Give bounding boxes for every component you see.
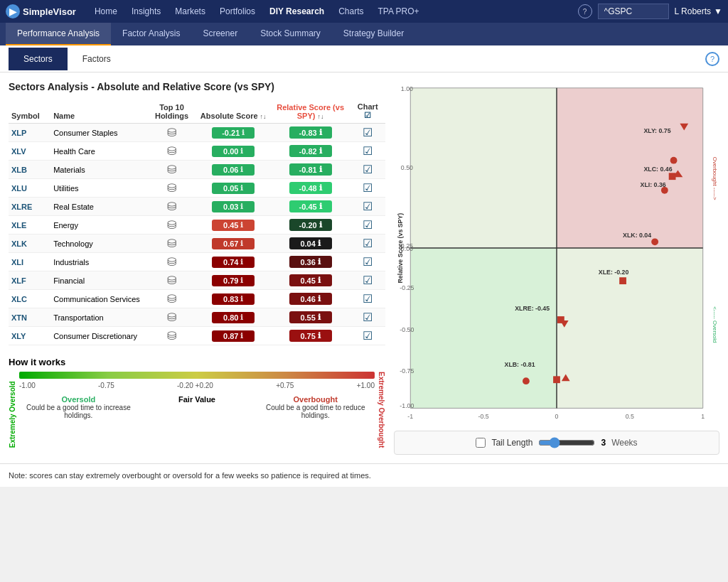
cell-symbol: XLC	[9, 290, 50, 308]
cell-abs-score: 0.74 ℹ	[196, 253, 271, 271]
nav-insights[interactable]: Insights	[124, 0, 168, 23]
cell-name: Communication Services	[50, 290, 147, 308]
info-icon: ℹ	[240, 184, 243, 192]
rel-score-badge: 0.75 ℹ	[289, 330, 332, 342]
cell-chart-checkbox[interactable]: ☑	[350, 308, 385, 327]
table-row: XLP Consumer Staples ⛁ -0.21 ℹ -0.83 ℹ ☑	[9, 124, 385, 142]
table-row: XLK Technology ⛁ 0.67 ℹ 0.04 ℹ ☑	[9, 235, 385, 253]
note-text: Note: scores can stay extremely overboug…	[9, 471, 371, 480]
rel-score-badge: -0.45 ℹ	[289, 200, 332, 212]
cell-abs-score: 0.80 ℹ	[196, 308, 271, 327]
cell-name: Consumer Discretionary	[50, 327, 147, 345]
cell-holdings[interactable]: ⛁	[147, 327, 196, 345]
tail-length-slider[interactable]	[538, 437, 595, 448]
nav-stock-summary[interactable]: Stock Summary	[249, 23, 332, 45]
th-symbol: Symbol	[9, 99, 50, 124]
nav-performance-analysis[interactable]: Performance Analysis	[6, 23, 111, 45]
search-input[interactable]	[598, 4, 669, 19]
info-icon: ℹ	[318, 294, 321, 303]
cell-name: Utilities	[50, 179, 147, 198]
th-chart[interactable]: Chart ☑	[350, 99, 385, 124]
cell-chart-checkbox[interactable]: ☑	[350, 290, 385, 308]
cell-chart-checkbox[interactable]: ☑	[350, 142, 385, 161]
nav-strategy-builder[interactable]: Strategy Builder	[332, 23, 415, 45]
help-button[interactable]: ?	[705, 52, 719, 66]
cell-holdings[interactable]: ⛁	[147, 308, 196, 327]
cell-holdings[interactable]: ⛁	[147, 235, 196, 253]
cell-holdings[interactable]: ⛁	[147, 161, 196, 179]
svg-text:-0.75: -0.75	[400, 367, 414, 374]
cell-symbol: XLE	[9, 216, 50, 235]
fairvalue-section: Fair Value	[138, 395, 257, 419]
cell-chart-checkbox[interactable]: ☑	[350, 179, 385, 198]
nav-charts[interactable]: Charts	[331, 0, 370, 23]
cell-chart-checkbox[interactable]: ☑	[350, 124, 385, 142]
user-menu-button[interactable]: L Roberts ▼	[675, 6, 722, 16]
cell-holdings[interactable]: ⛁	[147, 253, 196, 271]
help-icon[interactable]: ?	[578, 4, 592, 18]
svg-point-27	[523, 377, 530, 384]
holdings-icon: ⛁	[167, 126, 176, 139]
cell-holdings[interactable]: ⛁	[147, 179, 196, 198]
svg-text:XLB: -0.81: XLB: -0.81	[505, 361, 535, 368]
svg-text:Relative Score (vs SPY): Relative Score (vs SPY)	[397, 213, 404, 284]
info-icon: ℹ	[240, 203, 243, 210]
cell-chart-checkbox[interactable]: ☑	[350, 253, 385, 271]
cell-holdings[interactable]: ⛁	[147, 142, 196, 161]
info-icon: ℹ	[319, 146, 322, 156]
cell-holdings[interactable]: ⛁	[147, 124, 196, 142]
nav-home[interactable]: Home	[87, 0, 124, 23]
info-icon: ℹ	[240, 166, 243, 173]
rel-sort-icon: ↑↓	[318, 113, 324, 120]
cell-holdings[interactable]: ⛁	[147, 290, 196, 308]
cell-symbol: XLB	[9, 161, 50, 179]
rel-score-badge: -0.83 ℹ	[289, 126, 332, 139]
fairvalue-label: Fair Value	[138, 395, 257, 404]
cell-chart-checkbox[interactable]: ☑	[350, 327, 385, 345]
tab-sectors[interactable]: Sectors	[9, 48, 68, 70]
chart-check-icon: ☑	[363, 330, 373, 342]
cell-rel-score: -0.45 ℹ	[271, 198, 350, 216]
th-rel-score[interactable]: Relative Score (vs SPY) ↑↓	[271, 99, 350, 124]
cell-chart-checkbox[interactable]: ☑	[350, 198, 385, 216]
svg-text:0.5: 0.5	[626, 413, 634, 420]
tail-length-control: Tail Length 3 Weeks	[394, 431, 719, 455]
chevron-down-icon: ▼	[714, 6, 722, 16]
svg-rect-32	[619, 277, 626, 284]
nav-diy-research[interactable]: DIY Research	[262, 0, 331, 23]
nav-markets[interactable]: Markets	[168, 0, 213, 23]
cell-rel-score: -0.82 ℹ	[271, 142, 350, 161]
cell-holdings[interactable]: ⛁	[147, 198, 196, 216]
svg-text:XLC: 0.46: XLC: 0.46	[643, 166, 672, 173]
nav-tpa-pro[interactable]: TPA PRO+	[371, 0, 427, 23]
tail-length-checkbox[interactable]	[476, 438, 486, 448]
cell-symbol: XTN	[9, 308, 50, 327]
scatter-chart: 1.00 0.50 0.25 0.00 -0.25 -0.50 -0.75 -1…	[394, 81, 719, 422]
cell-chart-checkbox[interactable]: ☑	[350, 161, 385, 179]
holdings-icon: ⛁	[167, 145, 176, 157]
sectors-table: Symbol Name Top 10Holdings Absolute Scor…	[9, 99, 385, 345]
holdings-icon: ⛁	[167, 237, 176, 249]
svg-text:-1: -1	[407, 413, 413, 420]
nav-screener[interactable]: Screener	[191, 23, 249, 45]
cell-abs-score: 0.00 ℹ	[196, 142, 271, 161]
cell-abs-score: 0.06 ℹ	[196, 161, 271, 179]
holdings-icon: ⛁	[167, 311, 176, 323]
holdings-icon: ⛁	[167, 219, 176, 231]
nav-portfolios[interactable]: Portfolios	[213, 0, 262, 23]
cell-abs-score: 0.87 ℹ	[196, 327, 271, 345]
cell-holdings[interactable]: ⛁	[147, 216, 196, 235]
cell-holdings[interactable]: ⛁	[147, 271, 196, 290]
cell-chart-checkbox[interactable]: ☑	[350, 271, 385, 290]
chart-check-icon: ☑	[363, 163, 373, 176]
cell-chart-checkbox[interactable]: ☑	[350, 235, 385, 253]
cell-chart-checkbox[interactable]: ☑	[350, 216, 385, 235]
tab-factors[interactable]: Factors	[68, 48, 126, 70]
cell-rel-score: 0.45 ℹ	[271, 271, 350, 290]
table-row: XLE Energy ⛁ 0.45 ℹ -0.20 ℹ ☑	[9, 216, 385, 235]
abs-score-badge: 0.03 ℹ	[212, 201, 255, 212]
info-icon: ℹ	[240, 295, 243, 303]
th-abs-score[interactable]: Absolute Score ↑↓	[196, 99, 271, 124]
info-icon: ℹ	[240, 239, 243, 247]
nav-factor-analysis[interactable]: Factor Analysis	[111, 23, 191, 45]
